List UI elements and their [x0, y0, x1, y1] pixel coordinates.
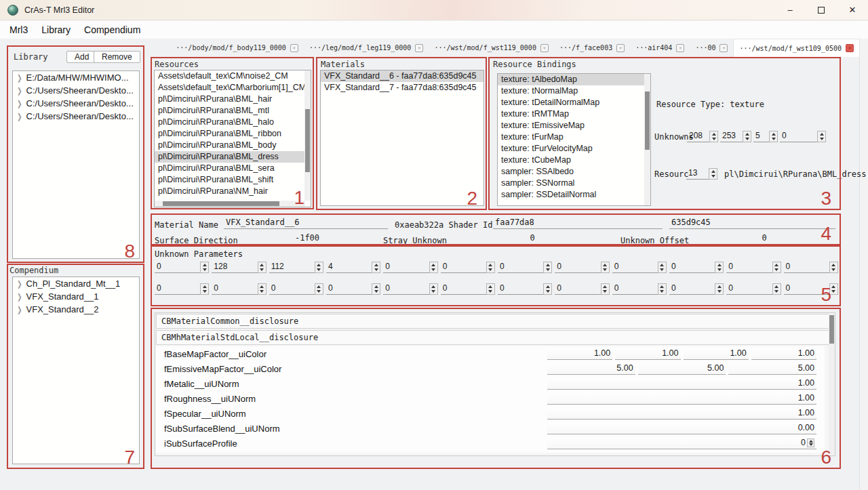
- spin-down-icon[interactable]: [317, 290, 321, 293]
- unknown-param-spinner-value[interactable]: 0: [441, 262, 486, 273]
- tab-close-icon[interactable]: ✕: [540, 44, 549, 52]
- unknown-param-spinner-value[interactable]: 0: [726, 262, 772, 273]
- spin-down-icon[interactable]: [717, 290, 722, 293]
- shader-id-field-1[interactable]: faa77da8: [493, 218, 663, 229]
- spin-down-icon[interactable]: [660, 268, 664, 271]
- unknown-param-spinner[interactable]: 0: [669, 283, 724, 295]
- unknown-param-spinner-value[interactable]: 0: [784, 283, 829, 295]
- unknown-param-spinner-spin-buttons[interactable]: [601, 283, 610, 295]
- compendium-item[interactable]: ❯VFX_Standard__1: [13, 290, 139, 303]
- unknown-param-spinner-value[interactable]: 0: [212, 283, 257, 295]
- resource-item[interactable]: pl\Dimcirui\RPurana\BML_dress: [155, 151, 311, 163]
- bindings-unknown-spinner-value[interactable]: 253: [720, 131, 743, 142]
- unknown-param-spinner[interactable]: 0: [555, 262, 609, 273]
- resource-index-spinner-value[interactable]: 13: [686, 168, 709, 180]
- resource-item[interactable]: Assets\default_tex\CM\arborium[1]_CM: [155, 82, 311, 94]
- spin-up-icon[interactable]: [774, 264, 778, 266]
- chevron-right-icon[interactable]: ❯: [17, 86, 22, 95]
- library-add-button[interactable]: Add: [66, 51, 97, 63]
- unknown-param-spinner[interactable]: 0: [784, 283, 838, 295]
- unknown-param-spinner[interactable]: 0: [612, 262, 667, 273]
- unknown-param-spinner-value[interactable]: 0: [726, 283, 772, 295]
- spin-up-icon[interactable]: [660, 285, 664, 288]
- tab-close-icon[interactable]: ✕: [719, 44, 728, 52]
- cb-param-spin-buttons[interactable]: [807, 438, 814, 447]
- unknown-param-spinner[interactable]: 0: [441, 262, 495, 273]
- chevron-right-icon[interactable]: ❯: [17, 99, 22, 108]
- tab-close-icon[interactable]: ✕: [290, 44, 298, 52]
- resource-item[interactable]: pl\Dimcirui\RPurana\BML_hair: [155, 94, 311, 105]
- spin-down-icon[interactable]: [711, 175, 715, 178]
- tab[interactable]: ···air404✕: [630, 39, 690, 57]
- tab[interactable]: ···00✕: [690, 39, 733, 57]
- spin-up-icon[interactable]: [260, 285, 264, 288]
- spin-up-icon[interactable]: [603, 264, 607, 266]
- unknown-param-spinner-value[interactable]: 0: [326, 283, 372, 295]
- unknown-param-spinner-value[interactable]: 0: [669, 283, 715, 295]
- resource-index-spinner-spin-buttons[interactable]: [709, 168, 717, 180]
- unknown-param-spinner[interactable]: 0: [498, 262, 552, 273]
- spin-up-icon[interactable]: [431, 264, 435, 266]
- spin-up-icon[interactable]: [546, 264, 550, 266]
- spin-up-icon[interactable]: [774, 285, 778, 288]
- spin-up-icon[interactable]: [374, 285, 378, 288]
- bindings-unknown-spinner-spin-buttons[interactable]: [817, 131, 826, 142]
- unknown-param-spinner[interactable]: 0: [726, 262, 781, 273]
- tab[interactable]: ···/body/mod/f_body119_0000✕: [170, 39, 304, 57]
- spin-down-icon[interactable]: [546, 268, 550, 271]
- cb-param-field[interactable]: 1.00: [751, 348, 816, 360]
- unknown-param-spinner-value[interactable]: 0: [784, 262, 829, 273]
- unknown-param-spinner[interactable]: 0: [784, 262, 838, 273]
- window-scrollbar-track[interactable]: [859, 39, 868, 490]
- stray-unknown-field[interactable]: 0: [451, 233, 614, 245]
- cb-param-field[interactable]: 1.00: [547, 378, 816, 390]
- bindings-unknown-spinner-spin-buttons[interactable]: [769, 131, 778, 142]
- unknown-param-spinner-spin-buttons[interactable]: [658, 283, 667, 295]
- binding-item[interactable]: texture: tFurVelocityMap: [498, 143, 650, 155]
- unknown-param-spinner[interactable]: 0: [441, 283, 495, 295]
- unknown-param-spinner-spin-buttons[interactable]: [829, 283, 838, 295]
- binding-item[interactable]: texture: tEmissiveMap: [498, 120, 650, 131]
- compendium-item[interactable]: ❯VFX_Standard__2: [13, 303, 139, 316]
- unknown-param-spinner-spin-buttons[interactable]: [372, 262, 380, 273]
- library-item[interactable]: ❯E:/Data/MHW/MHWIMO...: [13, 71, 139, 84]
- spin-up-icon[interactable]: [712, 133, 716, 136]
- spin-down-icon[interactable]: [745, 138, 749, 140]
- resource-item[interactable]: pl\Dimcirui\RPurana\NM_hair: [155, 186, 311, 197]
- unknown-param-spinner-spin-buttons[interactable]: [429, 262, 438, 273]
- spin-down-icon[interactable]: [820, 138, 824, 140]
- spin-down-icon[interactable]: [431, 290, 435, 293]
- unknown-param-spinner-value[interactable]: 0: [555, 262, 600, 273]
- unknown-param-spinner-spin-buttons[interactable]: [315, 283, 323, 295]
- spin-up-icon[interactable]: [717, 264, 722, 266]
- cb-header-stdlocal[interactable]: CBMhMaterialStdLocal__disclosure: [156, 330, 834, 345]
- spin-down-icon[interactable]: [774, 268, 778, 271]
- spin-up-icon[interactable]: [717, 285, 722, 288]
- chevron-right-icon[interactable]: ❯: [17, 112, 22, 121]
- unknown-param-spinner-value[interactable]: 0: [269, 283, 315, 295]
- compendium-item[interactable]: ❯Ch_Pl_Standard_Mt__1: [13, 277, 139, 290]
- menu-item-compendium[interactable]: Compendium: [77, 23, 147, 37]
- binding-item[interactable]: texture: tDetailNormalMap: [498, 97, 650, 108]
- spin-up-icon[interactable]: [203, 264, 207, 266]
- resource-item[interactable]: pl\Dimcirui\RPurana\BML_ribbon: [155, 128, 311, 140]
- bindings-unknown-spinner-value[interactable]: 5: [753, 131, 769, 142]
- spin-down-icon[interactable]: [374, 268, 378, 271]
- spin-up-icon[interactable]: [546, 285, 550, 288]
- tab[interactable]: ···/f_face003✕: [554, 39, 630, 57]
- unknown-param-spinner-value[interactable]: 112: [269, 262, 315, 273]
- unknown-param-spinner[interactable]: 4: [326, 262, 380, 273]
- spin-up-icon[interactable]: [660, 264, 664, 266]
- close-button[interactable]: ✕: [837, 0, 868, 20]
- chevron-right-icon[interactable]: ❯: [17, 73, 22, 82]
- spin-down-icon[interactable]: [317, 268, 321, 271]
- menu-item-mrl3[interactable]: Mrl3: [3, 23, 35, 37]
- cb-param-field[interactable]: 1.00: [547, 408, 816, 420]
- library-item[interactable]: ❯C:/Users/Sheeran/Deskto...: [13, 84, 139, 97]
- binding-item[interactable]: texture: tFurMap: [498, 131, 650, 143]
- spin-up-icon[interactable]: [317, 285, 321, 288]
- spin-up-icon[interactable]: [317, 264, 321, 266]
- spin-down-icon[interactable]: [488, 290, 492, 293]
- unknown-param-spinner-spin-buttons[interactable]: [772, 262, 781, 273]
- resource-item[interactable]: pl\Dimcirui\RPurana\BML_mtl: [155, 105, 311, 117]
